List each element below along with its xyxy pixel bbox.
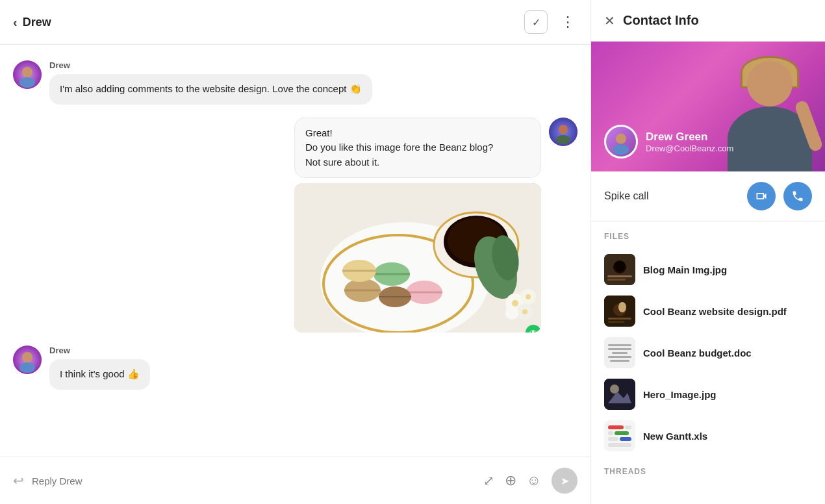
message-row: Drew I think it's good 👍 (13, 346, 578, 390)
file-thumbnail (604, 420, 635, 451)
svg-point-1 (22, 67, 32, 77)
doc-line (610, 360, 629, 362)
chat-panel: ‹ Drew ✓ ⋮ (0, 0, 591, 504)
file-name: Hero_Image.jpg (643, 389, 717, 400)
gantt-row (608, 425, 631, 429)
doc-line (608, 356, 631, 358)
file-item[interactable]: Cool Beanz budget.doc (604, 332, 812, 373)
gantt-row (608, 431, 631, 435)
threads-section: THREADS (591, 467, 825, 494)
contact-avatar (604, 125, 638, 158)
message-content: Great!Do you like this image fore the Be… (294, 118, 541, 333)
message-bubble: Great!Do you like this image fore the Be… (294, 118, 541, 179)
app-container: ‹ Drew ✓ ⋮ (0, 0, 825, 504)
file-name: Cool Beanz website design.pdf (643, 306, 787, 317)
svg-point-27 (505, 307, 518, 320)
reply-input-wrapper: ↩ (13, 473, 473, 488)
svg-rect-39 (607, 275, 632, 277)
gantt-bar (615, 431, 629, 435)
reply-input[interactable] (32, 475, 473, 486)
chat-title: Drew (23, 16, 51, 29)
contact-info-card: Drew Green Drew@CoolBeanz.com (604, 125, 733, 158)
contact-header: ✕ Contact Info (591, 0, 825, 42)
reply-icon: ↩ (13, 473, 24, 488)
svg-point-43 (618, 302, 626, 312)
message-content: Drew I'm also adding comments to the web… (49, 60, 372, 105)
more-options-button[interactable]: ⋮ (558, 14, 578, 31)
message-content: Drew I think it's good 👍 (49, 346, 150, 390)
video-icon (755, 190, 768, 203)
contact-name: Drew Green (646, 131, 733, 144)
svg-point-34 (616, 134, 626, 144)
contact-panel: ✕ Contact Info Drew Green (591, 0, 825, 504)
back-button[interactable]: ‹ Drew (13, 15, 51, 30)
input-actions: ⤢ ⊕ ☺ ➤ (483, 468, 578, 494)
file-item[interactable]: Cool Beanz website design.pdf (604, 290, 812, 332)
file-name: Cool Beanz budget.doc (643, 347, 752, 359)
file-thumbnail (604, 379, 635, 410)
message-text: Great!Do you like this image fore the Be… (305, 127, 493, 168)
more-icon: ⋮ (561, 14, 575, 30)
message-sender: Drew (49, 60, 372, 70)
add-icon: ⊕ (505, 472, 516, 489)
message-text: I'm also adding comments to the website … (60, 83, 362, 94)
svg-point-32 (22, 352, 32, 362)
add-button[interactable]: ⊕ (505, 472, 516, 489)
avatar (549, 118, 578, 146)
svg-point-35 (613, 144, 629, 155)
gantt-bar (608, 437, 618, 441)
emoji-button[interactable]: ☺ (527, 472, 541, 489)
expand-button[interactable]: ⤢ (483, 473, 494, 488)
doc-line (608, 348, 631, 350)
message-bubble: I'm also adding comments to the website … (49, 74, 372, 105)
gantt-row (608, 437, 631, 441)
send-button[interactable]: ➤ (552, 468, 578, 494)
doc-line (612, 352, 628, 354)
message-image: 👁 (294, 183, 541, 333)
video-call-button[interactable] (747, 182, 776, 210)
svg-point-29 (526, 294, 531, 299)
gantt-bar (625, 425, 631, 429)
header-actions: ✓ ⋮ (524, 10, 578, 34)
svg-rect-45 (608, 321, 624, 323)
checkmark-icon: ✓ (532, 16, 540, 29)
phone-call-button[interactable] (783, 182, 812, 210)
file-item[interactable]: New Gantt.xls (604, 415, 812, 457)
threads-section-title: THREADS (604, 467, 812, 476)
checkmark-button[interactable]: ✓ (524, 10, 548, 34)
files-section-title: FILES (604, 232, 812, 241)
gantt-bar (608, 443, 631, 447)
svg-point-33 (19, 362, 35, 373)
svg-point-5 (556, 135, 570, 144)
expand-icon: ⤢ (483, 473, 494, 488)
svg-rect-40 (607, 279, 626, 281)
emoji-icon: ☺ (527, 472, 541, 489)
back-arrow-icon: ‹ (13, 15, 18, 30)
file-item[interactable]: Hero_Image.jpg (604, 373, 812, 415)
gantt-bar (620, 437, 631, 441)
call-buttons (747, 182, 812, 210)
gantt-bar (608, 425, 624, 429)
svg-point-28 (512, 300, 518, 307)
gantt-row (608, 443, 631, 447)
file-item[interactable]: Blog Main Img.jpg (604, 249, 812, 290)
file-thumbnail (604, 296, 635, 327)
file-thumbnail (604, 337, 635, 368)
avatar (13, 60, 42, 89)
send-icon: ➤ (561, 475, 569, 487)
spike-call-label: Spike call (604, 190, 648, 202)
close-button[interactable]: ✕ (604, 13, 615, 29)
file-name: Blog Main Img.jpg (643, 264, 727, 275)
file-image-icon (604, 254, 635, 285)
message-bubble: I think it's good 👍 (49, 359, 150, 390)
svg-point-38 (615, 261, 625, 271)
food-photo (294, 183, 541, 333)
message-text: I think it's good 👍 (60, 368, 140, 379)
message-row: Drew I'm also adding comments to the web… (13, 60, 578, 105)
contact-hero: Drew Green Drew@CoolBeanz.com (591, 42, 825, 171)
file-thumbnail (604, 254, 635, 285)
hero-face (747, 61, 793, 107)
file-name: New Gantt.xls (643, 431, 707, 442)
doc-line (608, 344, 631, 346)
phone-icon (791, 190, 804, 203)
